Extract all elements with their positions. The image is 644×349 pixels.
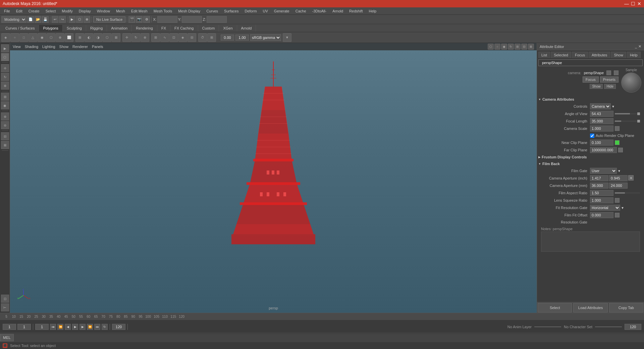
minimize-btn[interactable]: —: [624, 1, 629, 6]
film-back-section[interactable]: ▼ Film Back: [538, 160, 643, 167]
box-select-btn[interactable]: □: [19, 33, 28, 42]
menu-display[interactable]: Display: [76, 8, 94, 14]
controls-arrow[interactable]: ▼: [611, 105, 615, 108]
attr-tab-attributes[interactable]: Attributes: [589, 52, 610, 58]
mel-input[interactable]: [14, 334, 644, 341]
tab-rigging[interactable]: Rigging: [86, 25, 107, 32]
film-gate-arrow[interactable]: ▼: [618, 169, 621, 173]
lens-squeeze-input[interactable]: 1.000: [590, 197, 613, 203]
no-live-surface-btn[interactable]: No Live Surface: [93, 16, 125, 22]
next-key-btn[interactable]: ⏩: [87, 324, 93, 330]
sphere-btn[interactable]: ◉: [38, 33, 46, 42]
hide-button[interactable]: Hide: [604, 84, 616, 89]
goto-start-btn[interactable]: ⏮: [50, 324, 56, 330]
gamma-value1[interactable]: [221, 35, 234, 41]
snap-point-btn[interactable]: ⊡: [169, 33, 178, 42]
snap-surface-btn[interactable]: ◈: [178, 33, 187, 42]
angle-of-view-input[interactable]: 54.43: [590, 111, 613, 117]
camera-scale-input[interactable]: 1.000: [590, 126, 613, 132]
attr-tab-list[interactable]: List: [538, 52, 550, 58]
measure-btn[interactable]: ⊟: [1, 132, 9, 140]
char-set-dropdown[interactable]: [595, 327, 622, 327]
menu-edit[interactable]: Edit: [13, 8, 25, 14]
fit-res-gate-arrow[interactable]: ▼: [621, 206, 624, 210]
circle-select-btn[interactable]: ○: [10, 33, 19, 42]
frustum-section[interactable]: ▶ Frustum Display Controls: [538, 154, 643, 160]
controls-select[interactable]: Camera: [590, 103, 611, 109]
far-clip-btn[interactable]: [618, 148, 623, 152]
attr-minimize-btn[interactable]: _: [635, 44, 637, 49]
mel-label[interactable]: MEL: [0, 334, 14, 341]
vp-icon3[interactable]: ◉: [501, 44, 507, 50]
menu-3dto-all[interactable]: -3DtoAll-: [310, 8, 329, 14]
undo-btn[interactable]: ↩: [52, 16, 58, 23]
z-input[interactable]: [207, 16, 227, 23]
select-button[interactable]: Select: [538, 303, 572, 312]
copy-tab-button[interactable]: Copy Tab: [609, 303, 643, 312]
vp-icon1[interactable]: ⬡: [488, 44, 494, 50]
menu-redshift[interactable]: Redshift: [346, 8, 365, 14]
frame-start-input[interactable]: 1: [3, 324, 16, 330]
open-file-btn[interactable]: 📂: [35, 16, 41, 23]
menu-curves[interactable]: Curves: [204, 8, 221, 14]
load-attributes-button[interactable]: Load Attributes: [573, 303, 607, 312]
angle-of-view-slider[interactable]: [615, 113, 640, 114]
notes-textarea[interactable]: [541, 232, 640, 252]
mode-selector[interactable]: Modeling: [1, 16, 26, 23]
menu-cache[interactable]: Cache: [293, 8, 309, 14]
tab-rendering[interactable]: Rendering: [132, 25, 157, 32]
camera-link-btn[interactable]: [606, 70, 611, 75]
next-frame-btn[interactable]: ▶: [79, 324, 86, 330]
vp-menu-panels[interactable]: Panels: [92, 45, 103, 49]
menu-select[interactable]: Select: [43, 8, 59, 14]
vp-menu-renderer[interactable]: Renderer: [72, 45, 88, 49]
camera-scale-btn[interactable]: [615, 126, 620, 131]
cube-btn[interactable]: ⬜: [65, 33, 73, 42]
tab-animation[interactable]: Animation: [107, 25, 132, 32]
attr-tab-selected[interactable]: Selected: [551, 52, 571, 58]
tab-polygons[interactable]: Polygons: [39, 25, 62, 32]
tab-fx-caching[interactable]: FX Caching: [170, 25, 198, 32]
menu-uv[interactable]: UV: [260, 8, 271, 14]
tab-xgen[interactable]: XGen: [219, 25, 237, 32]
menu-mesh-display[interactable]: Mesh Display: [175, 8, 203, 14]
tab-fx[interactable]: FX: [157, 25, 170, 32]
menu-arnold[interactable]: Arnold: [330, 8, 346, 14]
cam-aperture-mm-input1[interactable]: 36.000: [590, 183, 608, 189]
film-aspect-slider[interactable]: [615, 192, 640, 194]
rotate-btn[interactable]: ↻: [1, 73, 9, 81]
soft-mod-btn[interactable]: ⊜: [1, 121, 9, 129]
menu-window[interactable]: Window: [94, 8, 113, 14]
prev-frame-btn[interactable]: ◀: [65, 324, 71, 330]
scale-tool-btn[interactable]: ⊕: [141, 33, 149, 42]
menu-generate[interactable]: Generate: [271, 8, 292, 14]
frame-current-input[interactable]: 1: [17, 324, 31, 330]
menu-modify[interactable]: Modify: [59, 8, 75, 14]
attr-tab-help[interactable]: Help: [627, 52, 641, 58]
menu-mesh-tools[interactable]: Mesh Tools: [151, 8, 175, 14]
cylinder-btn[interactable]: ⬡: [47, 33, 55, 42]
menu-help[interactable]: Help: [366, 8, 379, 14]
menu-create[interactable]: Create: [26, 8, 42, 14]
gamma-value2[interactable]: [235, 35, 249, 41]
viewport-panel[interactable]: View Shading Lighting Show Renderer Pane…: [10, 43, 537, 313]
new-file-btn[interactable]: 📄: [27, 16, 34, 23]
film-fit-offset-btn[interactable]: [615, 213, 620, 217]
cam-aperture-mm-input2[interactable]: 24.000: [609, 183, 628, 189]
vp-icon2[interactable]: ○: [494, 44, 500, 50]
smooth-btn[interactable]: ◐: [85, 33, 93, 42]
maximize-btn[interactable]: ☐: [631, 1, 635, 6]
close-btn[interactable]: ✕: [637, 1, 641, 6]
menu-edit-mesh[interactable]: Edit Mesh: [128, 8, 150, 14]
frame-end-display[interactable]: 120: [625, 324, 641, 330]
gamma-select[interactable]: sRGB gamma: [250, 34, 281, 41]
focal-length-input[interactable]: 35.000: [590, 118, 613, 124]
menu-surfaces[interactable]: Surfaces: [221, 8, 241, 14]
angle-of-view-slider-max[interactable]: [637, 112, 640, 115]
menu-deform[interactable]: Deform: [242, 8, 259, 14]
vp-menu-shading[interactable]: Shading: [25, 45, 38, 49]
tab-sculpting[interactable]: Sculpting: [63, 25, 86, 32]
ipr-btn[interactable]: 📷: [136, 16, 143, 23]
sculpt-btn[interactable]: ⊛: [1, 112, 9, 120]
select-btn[interactable]: ▶: [69, 16, 75, 23]
